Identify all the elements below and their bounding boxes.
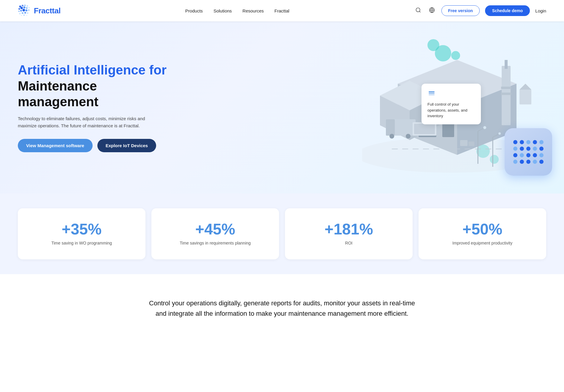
- svg-marker-28: [457, 84, 517, 155]
- iot-dot: [520, 140, 524, 144]
- svg-rect-56: [429, 93, 435, 94]
- iot-dot: [513, 160, 517, 164]
- iot-dot: [526, 140, 530, 144]
- svg-rect-37: [501, 93, 511, 95]
- nav-resources[interactable]: Resources: [243, 8, 264, 13]
- nav-solutions[interactable]: Solutions: [213, 8, 232, 13]
- info-card-icon: [427, 89, 436, 97]
- stat-label-0: Time saving in WO programming: [26, 240, 137, 246]
- svg-point-17: [27, 12, 28, 14]
- svg-point-7: [26, 7, 28, 9]
- svg-rect-36: [501, 87, 511, 89]
- stat-card-0: +35% Time saving in WO programming: [18, 208, 145, 259]
- info-card: Full control of your operations, assets,…: [422, 84, 481, 124]
- iot-dot: [526, 153, 530, 157]
- hero-buttons: View Management software Explore IoT Dev…: [18, 139, 167, 152]
- svg-rect-30: [442, 116, 454, 137]
- svg-rect-55: [429, 91, 435, 92]
- svg-rect-40: [386, 119, 416, 136]
- svg-point-49: [483, 126, 486, 129]
- balloon-3: [451, 51, 460, 60]
- iot-dot: [520, 147, 524, 151]
- iot-device-tile: [505, 128, 552, 176]
- iot-dot: [533, 160, 537, 164]
- svg-marker-32: [380, 96, 410, 140]
- stat-card-2: +181% ROI: [285, 208, 413, 259]
- free-version-button[interactable]: Free version: [441, 5, 480, 16]
- svg-rect-38: [519, 90, 531, 104]
- balloon-2: [427, 39, 439, 51]
- svg-point-42: [389, 134, 394, 139]
- view-management-button[interactable]: View Management software: [18, 139, 93, 152]
- svg-point-5: [20, 7, 23, 9]
- svg-marker-27: [398, 84, 457, 155]
- hero-subtitle: Technology to eliminate failures, adjust…: [18, 115, 154, 129]
- svg-point-1: [22, 5, 23, 7]
- iot-dot: [539, 147, 544, 151]
- svg-point-21: [416, 8, 420, 12]
- search-button[interactable]: [414, 6, 422, 16]
- svg-point-3: [27, 5, 28, 7]
- stat-label-1: Time savings in requirements planning: [160, 240, 271, 246]
- iot-dot: [513, 140, 517, 144]
- stat-number-1: +45%: [160, 221, 271, 237]
- svg-point-16: [24, 12, 26, 14]
- iot-dot: [533, 140, 537, 144]
- iot-dot: [539, 160, 544, 164]
- svg-rect-57: [429, 94, 435, 95]
- svg-point-2: [24, 5, 26, 6]
- iot-dot: [533, 153, 537, 157]
- iot-dots: [508, 135, 548, 169]
- balloon-4: [476, 145, 490, 158]
- svg-point-20: [26, 15, 27, 16]
- svg-point-9: [18, 11, 20, 12]
- iot-dot: [539, 153, 544, 157]
- svg-rect-34: [502, 66, 511, 125]
- iot-dot: [520, 160, 524, 164]
- svg-marker-31: [380, 81, 439, 110]
- schedule-demo-button[interactable]: Schedule demo: [485, 5, 530, 16]
- svg-rect-54: [468, 142, 474, 146]
- logo-text: Fracttal: [34, 6, 61, 15]
- svg-point-12: [26, 9, 28, 12]
- svg-point-19: [23, 15, 25, 16]
- svg-point-18: [21, 15, 22, 16]
- svg-point-8: [28, 7, 30, 8]
- explore-iot-button[interactable]: Explore IoT Devices: [97, 139, 156, 152]
- globe-button[interactable]: [428, 6, 436, 16]
- login-button[interactable]: Login: [535, 8, 546, 13]
- svg-marker-33: [410, 96, 439, 140]
- nav-products[interactable]: Products: [185, 8, 203, 13]
- svg-point-10: [20, 10, 22, 12]
- hero-content: Artificial Intelligence for Maintenancem…: [18, 63, 167, 152]
- svg-point-4: [18, 8, 20, 10]
- svg-point-43: [406, 134, 411, 139]
- info-card-text: Full control of your operations, assets,…: [427, 101, 475, 119]
- stat-label-2: ROI: [293, 240, 404, 246]
- search-icon: [415, 7, 421, 13]
- balloon-1: [435, 45, 451, 61]
- svg-point-52: [498, 132, 501, 135]
- bottom-section: Control your operations digitally, gener…: [0, 274, 564, 342]
- iot-dot: [539, 140, 544, 144]
- svg-point-11: [23, 9, 25, 12]
- logo[interactable]: Fracttal: [18, 4, 61, 17]
- hero-section: Artificial Intelligence for Maintenancem…: [0, 21, 564, 193]
- stat-card-3: +50% Improved equipment productivity: [419, 208, 546, 259]
- svg-point-15: [22, 12, 23, 14]
- stat-card-1: +45% Time savings in requirements planni…: [151, 208, 279, 259]
- hero-title-blue: Artificial Intelligence for: [18, 63, 167, 78]
- svg-point-13: [28, 9, 30, 11]
- svg-marker-26: [398, 60, 517, 107]
- iot-dot: [513, 153, 517, 157]
- iot-dot: [526, 147, 530, 151]
- navbar: Fracttal Products Solutions Resources Fr…: [0, 0, 564, 21]
- iot-dot: [513, 147, 517, 151]
- nav-fracttal[interactable]: Fracttal: [275, 8, 289, 13]
- hero-illustration: Full control of your operations, assets,…: [197, 21, 564, 193]
- hero-title-black: Maintenancemanagement: [18, 78, 167, 110]
- svg-rect-41: [386, 119, 395, 136]
- iot-dot: [520, 153, 524, 157]
- building-scene: [362, 30, 540, 185]
- balloon-5: [490, 155, 499, 164]
